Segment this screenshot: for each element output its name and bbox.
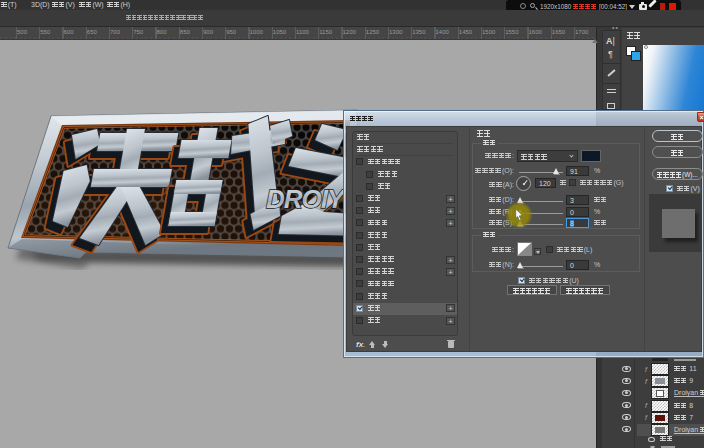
svg-text:DROIY: DROIY: [266, 184, 347, 214]
